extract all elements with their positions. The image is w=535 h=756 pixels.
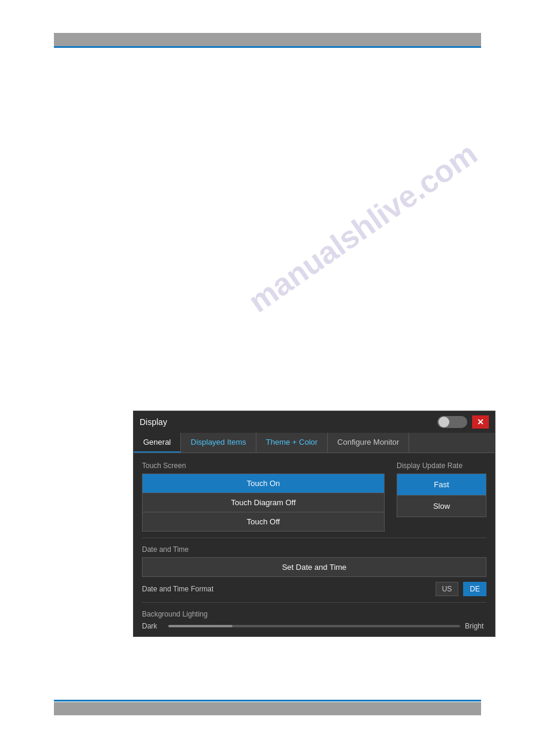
title-bar: Display ✕ [134,411,495,433]
update-rate-group: Fast Slow [397,473,486,517]
touch-off-button[interactable]: Touch Off [143,512,384,531]
close-button[interactable]: ✕ [472,415,489,429]
left-column: Touch Screen Touch On Touch Diagram Off … [142,459,385,532]
touch-on-button[interactable]: Touch On [143,474,384,493]
top-bar [54,33,481,46]
title-controls: ✕ [437,415,489,429]
format-de-button[interactable]: DE [463,582,486,596]
brightness-slider-fill [168,625,232,627]
slow-button[interactable]: Slow [397,496,486,517]
tab-theme-color[interactable]: Theme + Color [256,433,328,453]
tab-general[interactable]: General [134,433,181,453]
bottom-bar [54,702,481,715]
toggle-switch[interactable] [437,416,467,428]
display-update-rate-label: Display Update Rate [397,462,486,470]
touch-screen-label: Touch Screen [142,462,385,470]
lighting-row: Dark Bright [142,622,486,630]
fast-button[interactable]: Fast [397,474,486,496]
format-us-button[interactable]: US [436,582,459,596]
tab-configure-monitor[interactable]: Configure Monitor [328,433,409,453]
dialog-content: Touch Screen Touch On Touch Diagram Off … [134,453,495,636]
dialog-title: Display [140,417,167,427]
format-row: Date and Time Format US DE [142,582,486,596]
top-bar-line [54,46,481,48]
lighting-section-label: Background Lighting [142,610,486,618]
tab-bar: General Displayed Items Theme + Color Co… [134,433,495,453]
dark-label: Dark [142,622,164,630]
tab-displayed-items[interactable]: Displayed Items [181,433,256,453]
datetime-section: Date and Time Set Date and Time Date and… [142,538,486,596]
lighting-section: Background Lighting Dark Bright [142,602,486,630]
bottom-bar-line [54,700,481,702]
bright-label: Bright [465,622,486,630]
set-datetime-button[interactable]: Set Date and Time [142,557,486,577]
watermark: manualshlive.com [242,135,484,320]
brightness-slider-track[interactable] [168,625,460,627]
right-column: Display Update Rate Fast Slow [397,459,486,532]
main-two-col: Touch Screen Touch On Touch Diagram Off … [142,459,486,532]
touch-screen-group: Touch On Touch Diagram Off Touch Off [142,473,385,532]
format-label: Date and Time Format [142,585,431,593]
touch-diagram-off-button[interactable]: Touch Diagram Off [143,493,384,512]
toggle-knob [439,417,449,427]
datetime-section-label: Date and Time [142,545,486,554]
display-dialog: Display ✕ General Displayed Items Theme … [133,411,495,637]
